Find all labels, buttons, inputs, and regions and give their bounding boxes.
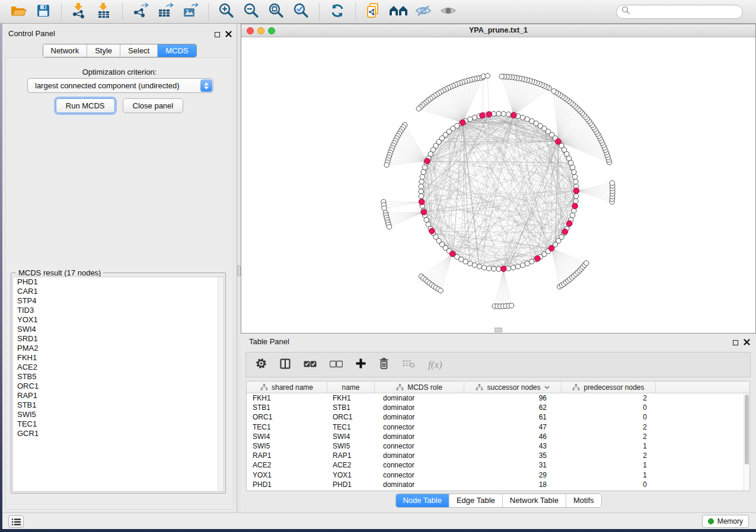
leaf-node[interactable] <box>387 225 391 229</box>
ring-node[interactable] <box>477 264 481 269</box>
ring-node[interactable] <box>486 266 491 271</box>
leaf-node[interactable] <box>584 261 589 265</box>
leaf-node[interactable] <box>499 74 504 79</box>
mcds-result-item[interactable]: TID3 <box>13 306 224 315</box>
table-scrollbar-thumb[interactable] <box>745 395 749 464</box>
close-panel-icon[interactable] <box>225 29 232 40</box>
ring-node[interactable] <box>574 194 579 198</box>
horizontal-splitter-handle[interactable] <box>495 328 502 332</box>
table-row[interactable]: RAP1RAP1dominator352 <box>247 451 744 460</box>
ring-node[interactable] <box>573 198 578 203</box>
ring-node[interactable] <box>572 169 576 174</box>
mcds-hub-node[interactable] <box>556 139 562 145</box>
import-network-button[interactable] <box>69 2 90 21</box>
mcds-hub-node[interactable] <box>572 203 578 209</box>
ring-node[interactable] <box>420 174 425 179</box>
column-header-successor-nodes[interactable]: successor nodes <box>464 382 562 393</box>
tab-style[interactable]: Style <box>87 44 120 57</box>
leaf-node[interactable] <box>610 181 614 185</box>
mcds-result-item[interactable]: ORC1 <box>13 382 224 391</box>
mcds-hub-node[interactable] <box>460 120 466 126</box>
ring-node[interactable] <box>506 112 511 117</box>
mcds-result-scrollbar[interactable] <box>218 277 224 491</box>
close-panel-icon[interactable] <box>744 337 750 348</box>
table-row[interactable]: ACE2ACE2connector311 <box>247 460 744 470</box>
ring-node[interactable] <box>496 111 501 116</box>
ring-node[interactable] <box>573 174 578 179</box>
ring-node[interactable] <box>468 261 473 266</box>
mcds-result-item[interactable]: SRD1 <box>13 334 224 344</box>
mcds-result-item[interactable]: YOX1 <box>13 315 224 325</box>
search-input[interactable] <box>630 8 738 16</box>
deselect-all-icon[interactable] <box>330 360 343 370</box>
float-panel-icon[interactable] <box>215 32 220 37</box>
ring-node[interactable] <box>421 169 426 174</box>
leaf-node[interactable] <box>416 106 421 111</box>
column-header-name[interactable]: name <box>327 382 375 393</box>
ring-node[interactable] <box>419 179 424 184</box>
mcds-hub-node[interactable] <box>480 113 486 118</box>
mcds-hub-node[interactable] <box>429 228 435 234</box>
table-row[interactable]: SWI4SWI4dominator462 <box>247 432 744 441</box>
network-window-titlebar[interactable]: YPA_prune.txt_1 <box>241 24 755 37</box>
tab-select[interactable]: Select <box>120 44 157 57</box>
show-all-button[interactable] <box>438 2 458 21</box>
ring-node[interactable] <box>520 262 525 267</box>
table-scrollbar[interactable] <box>744 393 749 491</box>
table-row[interactable]: SWI5SWI5connector431 <box>247 441 744 451</box>
ring-node[interactable] <box>525 117 529 121</box>
mcds-hub-node[interactable] <box>511 113 517 118</box>
export-image-button[interactable] <box>180 2 200 21</box>
export-table-button[interactable] <box>155 2 176 21</box>
column-header-shared-name[interactable]: shared name <box>247 382 327 393</box>
mcds-result-item[interactable]: CAR1 <box>13 287 224 296</box>
mcds-hub-node[interactable] <box>419 199 425 205</box>
delete-columns-icon[interactable] <box>379 358 389 371</box>
show-columns-icon[interactable] <box>280 358 291 371</box>
mcds-result-item[interactable]: TEC1 <box>13 419 224 429</box>
mcds-hub-node[interactable] <box>567 220 573 226</box>
memory-button[interactable]: Memory <box>702 515 749 528</box>
ring-node[interactable] <box>515 264 520 269</box>
ring-node[interactable] <box>506 266 511 271</box>
mcds-result-item[interactable]: STB5 <box>13 372 224 382</box>
ring-node[interactable] <box>492 267 496 271</box>
ring-node[interactable] <box>472 115 477 120</box>
apply-layout-button[interactable] <box>327 2 347 21</box>
zoom-fit-button[interactable] <box>266 2 286 21</box>
ring-node[interactable] <box>573 179 578 184</box>
tab-edge-table[interactable]: Edge Table <box>449 494 502 507</box>
leaf-node[interactable] <box>384 162 389 167</box>
mcds-result-item[interactable]: STB1 <box>13 400 224 410</box>
mcds-hub-node[interactable] <box>500 266 506 272</box>
ring-node[interactable] <box>419 184 423 189</box>
ring-node[interactable] <box>472 262 477 267</box>
table-row[interactable]: YOX1YOX1connector291 <box>247 470 744 480</box>
task-history-button[interactable] <box>8 515 24 528</box>
leaf-node[interactable] <box>485 73 490 78</box>
ring-node[interactable] <box>570 165 575 169</box>
mcds-hub-node[interactable] <box>562 229 568 235</box>
table-row[interactable]: FKH1FKH1dominator962 <box>247 393 744 403</box>
export-network-button[interactable] <box>130 2 151 21</box>
tab-node-table[interactable]: Node Table <box>395 494 449 507</box>
select-all-icon[interactable] <box>304 360 317 370</box>
leaf-node[interactable] <box>551 89 556 94</box>
ring-node[interactable] <box>422 165 427 169</box>
mcds-hub-node[interactable] <box>486 111 492 117</box>
zoom-in-button[interactable] <box>216 2 237 21</box>
column-header-mcds-role[interactable]: MCDS role <box>375 382 464 393</box>
zoom-out-button[interactable] <box>241 2 261 21</box>
ring-node[interactable] <box>511 265 515 270</box>
ring-node[interactable] <box>419 194 423 198</box>
mcds-hub-node[interactable] <box>548 245 554 251</box>
mcds-hub-node[interactable] <box>535 256 541 262</box>
table-row[interactable]: TEC1TEC1connector472 <box>247 422 744 432</box>
run-mcds-button[interactable]: Run MCDS <box>56 98 115 113</box>
first-neighbors-button[interactable] <box>388 2 409 21</box>
mcds-result-item[interactable]: GCR1 <box>13 429 224 438</box>
add-column-icon[interactable] <box>356 358 366 371</box>
leaf-node[interactable] <box>509 303 513 308</box>
ring-node[interactable] <box>570 213 575 217</box>
column-header-predecessor-nodes[interactable]: predecessor nodes <box>562 382 656 393</box>
